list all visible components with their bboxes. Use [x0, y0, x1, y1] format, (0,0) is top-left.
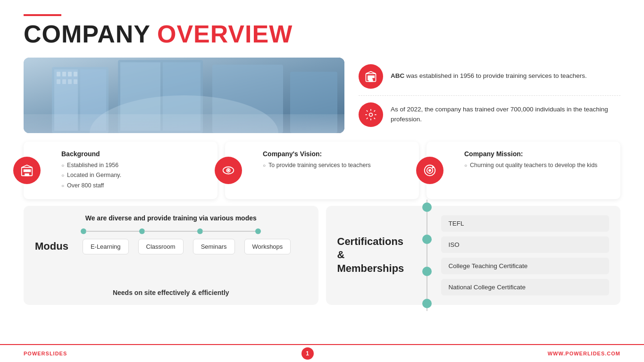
svg-rect-31	[25, 174, 29, 176]
info-card-trained: As of 2022, the company has trained over…	[359, 96, 620, 134]
modus-line-3	[202, 231, 256, 232]
building-small-icon	[20, 163, 34, 177]
svg-rect-21	[370, 76, 372, 77]
svg-point-26	[369, 113, 373, 116]
list-item: Located in Germany.	[61, 170, 209, 180]
footer-center: 1	[67, 347, 547, 360]
svg-rect-30	[29, 170, 31, 172]
title-red: OVERVIEW	[157, 20, 293, 48]
cert-dot-1	[422, 202, 432, 212]
cert-list: TEFL ISO College Teaching Certificate Na…	[441, 215, 610, 295]
cert-item-iso: ISO	[441, 236, 610, 253]
svg-rect-28	[24, 170, 26, 172]
brand-black: POWER	[24, 351, 46, 356]
card-mission: Company Mission: Churning out quality te…	[427, 142, 620, 199]
modus-btn-classroom[interactable]: Classroom	[138, 239, 184, 254]
card-icon-mission	[416, 157, 443, 184]
svg-rect-6	[68, 72, 72, 76]
cert-title: Certifications & Memberships	[337, 235, 413, 276]
building-icon	[364, 70, 377, 83]
svg-rect-29	[26, 170, 28, 172]
svg-rect-7	[74, 72, 77, 76]
svg-point-34	[228, 170, 229, 171]
modus-btn-workshops[interactable]: Workshops	[244, 239, 291, 254]
cert-panel: Certifications & Memberships TEFL ISO Co…	[326, 206, 621, 305]
cert-item-tefl: TEFL	[441, 215, 610, 232]
bottom-section: We are diverse and provide training via …	[24, 206, 620, 305]
title-black: COMPANY	[24, 20, 151, 48]
card-list-mission: Churning out quality teachers to develop…	[464, 160, 612, 170]
list-item: Over 800 staff	[61, 181, 209, 191]
svg-rect-2	[54, 69, 78, 131]
modus-panel: We are diverse and provide training via …	[24, 206, 318, 305]
svg-rect-9	[62, 79, 66, 84]
svg-rect-16	[290, 72, 337, 133]
modus-label: Modus	[35, 240, 68, 253]
cert-timeline-line	[427, 200, 427, 311]
title-row: COMPANY OVERVIEW	[24, 20, 620, 48]
svg-rect-20	[368, 76, 370, 77]
cards-row: Background Established in 1956 Located i…	[24, 142, 620, 199]
top-section: ABC was established in 1956 to provide t…	[24, 58, 620, 133]
gear-icon	[364, 108, 377, 121]
info-card-established: ABC was established in 1956 to provide t…	[359, 58, 620, 96]
slide: COMPANY OVERVIEW	[0, 0, 644, 362]
card-icon-background	[13, 157, 41, 184]
svg-rect-3	[80, 69, 106, 131]
card-list-background: Established in 1956 Located in Germany. …	[61, 160, 209, 191]
svg-rect-10	[68, 79, 72, 84]
header-accent-line	[24, 14, 61, 16]
modus-dots-line	[81, 228, 260, 234]
info-text-trained: As of 2022, the company has trained over…	[391, 105, 620, 124]
cert-dot-2	[422, 235, 432, 244]
card-background: Background Established in 1956 Located i…	[24, 142, 217, 199]
modus-buttons-row: Modus E-Learning Classroom Seminars Work…	[35, 239, 307, 254]
card-title-vision: Company's Vision:	[263, 150, 410, 158]
list-item: Churning out quality teachers to develop…	[464, 160, 612, 170]
svg-rect-4	[57, 72, 60, 76]
target-icon	[423, 163, 437, 177]
cert-dot-3	[422, 267, 432, 276]
info-cards: ABC was established in 1956 to provide t…	[359, 58, 620, 133]
page-badge: 1	[301, 347, 314, 360]
svg-rect-11	[74, 79, 77, 84]
svg-rect-25	[369, 80, 373, 82]
modus-btn-elearning[interactable]: E-Learning	[83, 239, 129, 254]
modus-dot-4	[255, 228, 261, 234]
svg-rect-13	[120, 62, 160, 131]
card-icon-vision	[215, 157, 242, 184]
modus-line-2	[144, 231, 198, 232]
footer-brand: POWERSLIDES	[24, 351, 67, 356]
cert-timeline	[422, 191, 432, 320]
svg-rect-22	[373, 76, 375, 77]
gear-icon-circle	[359, 102, 383, 127]
svg-rect-8	[57, 79, 60, 84]
cert-item-national: National College Certificate	[441, 279, 610, 295]
building-icon-circle	[359, 64, 383, 89]
list-item: Established in 1956	[61, 160, 209, 170]
modus-footer: Needs on site effectively & efficiently	[113, 283, 229, 296]
card-list-vision: To provide training services to teachers	[263, 160, 410, 170]
list-item: To provide training services to teachers	[263, 160, 410, 170]
svg-point-37	[429, 169, 431, 171]
card-title-mission: Company Mission:	[464, 150, 612, 158]
svg-rect-5	[62, 72, 66, 76]
footer: POWERSLIDES 1 WWW.POWERLIDES.COM	[0, 345, 644, 362]
modus-line-1	[86, 231, 139, 232]
modus-heading: We are diverse and provide training via …	[85, 214, 257, 222]
eye-icon	[221, 163, 235, 177]
cert-item-college: College Teaching Certificate	[441, 258, 610, 274]
svg-rect-18	[24, 114, 344, 133]
modus-btn-seminars[interactable]: Seminars	[193, 239, 235, 254]
brand-red: SLIDES	[46, 351, 67, 356]
cert-dot-4	[422, 299, 432, 308]
card-vision: Company's Vision: To provide training se…	[225, 142, 419, 199]
card-title-background: Background	[61, 150, 209, 158]
footer-website: WWW.POWERLIDES.COM	[548, 351, 620, 356]
info-text-established: ABC was established in 1956 to provide t…	[391, 71, 587, 81]
building-image	[24, 58, 344, 133]
